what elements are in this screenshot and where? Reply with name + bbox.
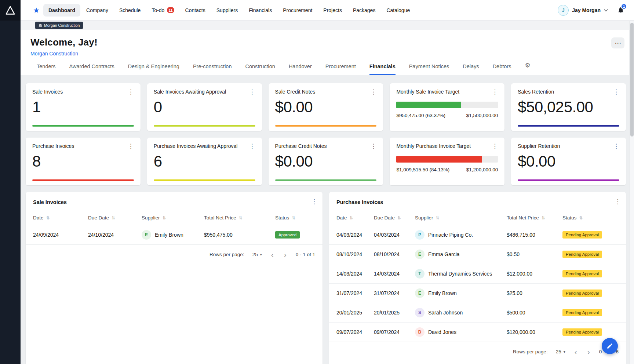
table-row[interactable]: 04/03/2024 04/03/2024 PPinnacle Piping C…: [329, 225, 626, 245]
nav-item-label: Dashboard: [48, 7, 75, 13]
previous-page-button[interactable]: ‹: [573, 348, 578, 356]
column-header-date[interactable]: Date⇅: [329, 211, 374, 225]
next-page-button[interactable]: ›: [283, 251, 288, 258]
column-label: Due Date: [374, 215, 395, 221]
nav-item-procurement[interactable]: Procurement: [278, 4, 317, 17]
column-header-total-net-price[interactable]: Total Net Price⇅: [204, 211, 275, 225]
user-avatar[interactable]: J: [558, 5, 569, 16]
card-title: Sale Credit Notes: [275, 89, 316, 95]
status-badge: Pending Approval: [562, 328, 602, 336]
tab-tenders[interactable]: Tenders: [37, 59, 56, 75]
tabs-settings-gear-icon[interactable]: ⚙: [525, 62, 530, 69]
column-header-status[interactable]: Status⇅: [562, 211, 626, 225]
tab-procurement[interactable]: Procurement: [325, 59, 356, 75]
purchase-invoices-panel: Purchase Invoices ⋮ Date⇅ Due Date⇅ Supp…: [329, 192, 626, 364]
card-accent-bar: [518, 125, 619, 127]
kebab-menu-icon[interactable]: ⋮: [368, 88, 379, 96]
table-row[interactable]: 09/07/2024 09/07/2024 DDavid Jones $120,…: [329, 323, 626, 342]
column-header-supplier[interactable]: Supplier⇅: [142, 211, 204, 225]
nav-item-dashboard[interactable]: Dashboard: [43, 4, 80, 17]
vertical-scrollbar[interactable]: [629, 21, 634, 364]
kebab-menu-icon[interactable]: ⋮: [309, 198, 320, 205]
rows-per-page-value: 25: [556, 349, 561, 354]
nav-item-catalogue[interactable]: Catalogue: [381, 4, 415, 17]
tab-design-engineering[interactable]: Design & Engineering: [128, 59, 179, 75]
column-header-status[interactable]: Status⇅: [275, 211, 323, 225]
column-header-date[interactable]: Date⇅: [26, 211, 88, 225]
cell-total-net-price: $12,000.00: [507, 264, 562, 284]
tab-awarded-contracts[interactable]: Awarded Contracts: [69, 59, 114, 75]
nav-item-schedule[interactable]: Schedule: [114, 4, 146, 17]
nav-item-label: Catalogue: [386, 7, 410, 13]
nav-item-company[interactable]: Company: [81, 4, 113, 17]
kebab-menu-icon[interactable]: ⋮: [611, 142, 622, 150]
table-row[interactable]: 20/01/2025 20/01/2025 SSarah Johnson $50…: [329, 303, 626, 323]
top-navigation: ★ Dashboard Company Schedule To-do11 Con…: [21, 0, 634, 21]
cell-status: Pending Approval: [562, 245, 626, 264]
cell-date: 09/07/2024: [329, 323, 374, 342]
tab-pre-construction[interactable]: Pre-construction: [193, 59, 232, 75]
column-label: Status: [275, 215, 289, 221]
nav-item-label: Procurement: [283, 7, 312, 13]
nav-item-label: Projects: [323, 7, 342, 13]
app-logo[interactable]: [0, 0, 21, 21]
tab-financials[interactable]: Financials: [369, 59, 396, 75]
tab-payment-notices[interactable]: Payment Notices: [409, 59, 449, 75]
kebab-menu-icon[interactable]: ⋮: [612, 198, 623, 205]
tab-delays[interactable]: Delays: [463, 59, 479, 75]
more-options-button[interactable]: ⋯: [611, 37, 624, 48]
column-label: Supplier: [415, 215, 433, 221]
chevron-down-icon[interactable]: [604, 9, 608, 12]
card-title: Sales Retention: [518, 89, 554, 95]
breadcrumb-company-tag[interactable]: Morgan Construction: [35, 22, 83, 29]
tab-handover[interactable]: Handover: [289, 59, 312, 75]
table-row[interactable]: 08/10/2024 08/10/2024 EEmma Garcia $0.50…: [329, 245, 626, 264]
table-row[interactable]: 24/09/2024 24/10/2024 EEmily Brown $950,…: [26, 225, 323, 245]
kebab-menu-icon[interactable]: ⋮: [489, 142, 500, 150]
sort-icon: ⇅: [542, 216, 545, 220]
pagination: Rows per page: 25▾ ‹ › 0 - 6 of 6: [329, 342, 626, 361]
table-row[interactable]: 31/07/2024 31/07/2024 EEmily Brown $25.0…: [329, 284, 626, 303]
column-header-supplier[interactable]: Supplier⇅: [415, 211, 507, 225]
kpi-card-sale-credit-notes: Sale Credit Notes⋮ $0.00: [269, 83, 383, 131]
column-header-due-date[interactable]: Due Date⇅: [88, 211, 142, 225]
nav-item-todo[interactable]: To-do11: [146, 4, 179, 17]
card-accent-bar: [275, 179, 377, 181]
rows-per-page-select[interactable]: 25▾: [252, 252, 262, 257]
kebab-menu-icon[interactable]: ⋮: [125, 142, 136, 150]
kebab-menu-icon[interactable]: ⋮: [125, 88, 136, 96]
kpi-card-purchase-invoices-awaiting-approval: Purchase Invoices Awaiting Approval⋮ 6: [147, 138, 262, 185]
nav-item-suppliers[interactable]: Suppliers: [211, 4, 243, 17]
edit-fab-button[interactable]: [602, 338, 618, 354]
supplier-name: Pinnacle Piping Co.: [428, 232, 473, 238]
previous-page-button[interactable]: ‹: [270, 251, 275, 258]
kpi-card-sales-retention: Sales Retention⋮ $50,025.00: [511, 83, 626, 131]
rows-per-page-label: Rows per page:: [209, 252, 244, 257]
tab-construction[interactable]: Construction: [245, 59, 275, 75]
kebab-menu-icon[interactable]: ⋮: [247, 88, 258, 96]
company-link[interactable]: Morgan Construction: [30, 51, 78, 57]
rows-per-page-select[interactable]: 25▾: [556, 349, 565, 354]
nav-item-contacts[interactable]: Contacts: [180, 4, 211, 17]
nav-item-financials[interactable]: Financials: [244, 4, 277, 17]
nav-item-packages[interactable]: Packages: [348, 4, 380, 17]
table-row[interactable]: 14/03/2024 14/03/2024 TThermal Dynamics …: [329, 264, 626, 284]
kebab-menu-icon[interactable]: ⋮: [247, 142, 258, 150]
kebab-menu-icon[interactable]: ⋮: [368, 142, 379, 150]
notifications-bell-button[interactable]: 1: [617, 6, 624, 14]
tab-debtors[interactable]: Debtors: [493, 59, 511, 75]
chevron-down-icon: ▾: [260, 252, 262, 256]
favorites-star-icon[interactable]: ★: [33, 7, 40, 14]
next-page-button[interactable]: ›: [586, 348, 591, 356]
column-header-total-net-price[interactable]: Total Net Price⇅: [507, 211, 562, 225]
kebab-menu-icon[interactable]: ⋮: [489, 88, 500, 96]
card-value: $50,025.00: [518, 99, 619, 116]
supplier-avatar: S: [415, 308, 425, 317]
scrollbar-thumb[interactable]: [630, 23, 634, 136]
column-header-due-date[interactable]: Due Date⇅: [374, 211, 415, 225]
nav-item-projects[interactable]: Projects: [318, 4, 347, 17]
user-name[interactable]: Jay Morgan: [572, 7, 601, 13]
todo-count-badge: 11: [167, 7, 174, 13]
sort-icon: ⇅: [397, 216, 401, 220]
kebab-menu-icon[interactable]: ⋮: [611, 88, 622, 96]
